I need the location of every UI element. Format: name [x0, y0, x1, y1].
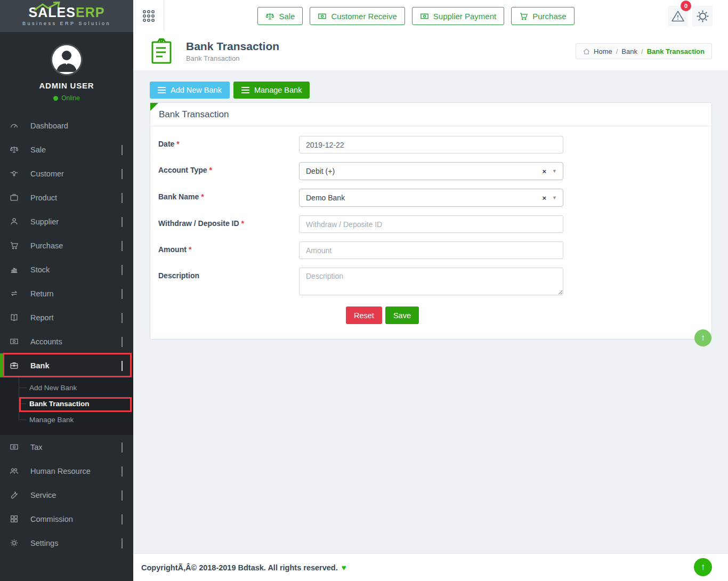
sidebar-item-label: Customer: [30, 170, 64, 178]
required-mark: *: [241, 219, 244, 228]
sidebar-item-supplier[interactable]: Supplier: [0, 209, 133, 233]
arrow-up-icon: ↑: [701, 562, 706, 572]
clear-selection-icon[interactable]: ×: [542, 194, 546, 202]
logo-text-erp: ERP: [76, 5, 104, 20]
description-label: Description: [158, 268, 299, 280]
reset-button[interactable]: Reset: [346, 306, 382, 324]
sidebar-item-settings[interactable]: Settings: [0, 531, 133, 555]
clear-selection-icon[interactable]: ×: [542, 167, 546, 175]
sidebar-item-sale[interactable]: Sale: [0, 138, 133, 162]
form-row-amount: Amount*: [150, 241, 711, 259]
app-logo[interactable]: SALESERP Business ERP Solution: [0, 0, 133, 32]
add-new-bank-label: Add New Bank: [171, 86, 222, 94]
chevron-left-icon: [122, 265, 123, 275]
sidebar-item-label: Tax: [30, 443, 43, 451]
scales-icon: [10, 145, 22, 154]
amount-label: Amount*: [158, 241, 299, 254]
sidebar-item-customer[interactable]: Customer: [0, 162, 133, 185]
banknote-icon: [10, 337, 22, 346]
breadcrumb-home[interactable]: Home: [594, 47, 612, 55]
chevron-left-icon: [122, 514, 123, 524]
gear-icon: [10, 538, 22, 547]
sidebar-item-label: Product: [30, 193, 57, 202]
chevron-left-icon: [122, 289, 123, 298]
banknote-icon: [10, 442, 22, 451]
chevron-down-icon: [122, 361, 123, 370]
chevron-down-icon[interactable]: ▼: [552, 168, 557, 174]
account-type-label: Account Type*: [158, 162, 299, 174]
footer: CopyrightÃ‚Â© 2018-2019 Bdtask. All righ…: [133, 553, 728, 581]
topbar: Sale Customer Receive Supplier Payment P…: [133, 0, 728, 32]
chevron-left-icon: [122, 217, 123, 227]
scroll-to-top-button[interactable]: ↑: [694, 329, 711, 346]
breadcrumb-current: Bank Transaction: [647, 47, 705, 55]
chevron-left-icon: [122, 193, 123, 203]
sidebar-subitem-bank-transaction[interactable]: Bank Transaction: [0, 396, 133, 411]
sidebar-item-label: Bank: [30, 361, 49, 370]
amount-input[interactable]: [299, 241, 563, 259]
description-textarea[interactable]: [299, 268, 563, 295]
sidebar-item-product[interactable]: Product: [0, 185, 133, 209]
account-type-value: Debit (+): [306, 167, 542, 175]
form-actions: Reset Save: [346, 306, 711, 324]
customer-receive-quick-label: Customer Receive: [331, 12, 397, 21]
warning-triangle-icon: [671, 9, 685, 23]
date-input[interactable]: [299, 136, 563, 154]
cart-icon: [519, 12, 528, 21]
purchase-quick-button[interactable]: Purchase: [511, 7, 574, 25]
sidebar-item-service[interactable]: Service: [0, 483, 133, 507]
sidebar-item-return[interactable]: Return: [0, 281, 133, 305]
settings-button[interactable]: [692, 6, 713, 26]
manage-bank-button[interactable]: Manage Bank: [233, 82, 310, 99]
sidebar-item-report[interactable]: Report: [0, 305, 133, 329]
sidebar-item-bank[interactable]: Bank: [0, 353, 133, 377]
form-row-description: Description: [150, 268, 711, 297]
chevron-left-icon: [122, 442, 123, 452]
apps-grid-icon[interactable]: [142, 9, 156, 23]
list-icon: [158, 90, 166, 91]
bank-name-select[interactable]: Demo Bank × ▼: [299, 189, 563, 207]
breadcrumb-bank[interactable]: Bank: [621, 47, 637, 55]
banknote-icon: [420, 12, 429, 21]
user-icon: [10, 217, 22, 226]
sidebar-item-label: Accounts: [30, 337, 62, 346]
sale-quick-button[interactable]: Sale: [257, 7, 303, 25]
sidebar-menu: DashboardSaleCustomerProductSupplierPurc…: [0, 114, 133, 555]
home-icon: [583, 48, 590, 55]
panel-title: Bank Transaction: [150, 103, 711, 126]
heart-icon: ♥: [342, 563, 346, 572]
sidebar-item-purchase[interactable]: Purchase: [0, 233, 133, 257]
toolbar: Add New Bank Manage Bank: [133, 70, 728, 99]
purchase-quick-label: Purchase: [532, 12, 566, 21]
sidebar-item-accounts[interactable]: Accounts: [0, 329, 133, 353]
sidebar-item-dashboard[interactable]: Dashboard: [0, 114, 133, 138]
sidebar-item-commission[interactable]: Commission: [0, 507, 133, 531]
account-type-select[interactable]: Debit (+) × ▼: [299, 162, 563, 180]
sidebar-subitem-manage-bank[interactable]: Manage Bank: [0, 411, 133, 427]
customer-receive-quick-button[interactable]: Customer Receive: [310, 7, 405, 25]
sidebar-subitem-add-new-bank[interactable]: Add New Bank: [0, 380, 133, 396]
withdraw-deposite-id-input[interactable]: [299, 215, 563, 233]
supplier-payment-quick-button[interactable]: Supplier Payment: [412, 7, 504, 25]
cart-icon: [10, 241, 22, 250]
add-new-bank-button[interactable]: Add New Bank: [150, 82, 230, 99]
gauge-icon: [10, 121, 22, 130]
breadcrumb-separator: /: [616, 47, 618, 55]
chevron-down-icon[interactable]: ▼: [552, 195, 557, 200]
online-dot-icon: [53, 96, 58, 101]
person-silhouette-icon: [52, 45, 81, 74]
page-subtitle: Bank Transaction: [186, 54, 279, 62]
sidebar-item-label: Human Resource: [30, 467, 91, 475]
sidebar: SALESERP Business ERP Solution ADMIN USE…: [0, 0, 133, 581]
avatar[interactable]: [52, 45, 81, 74]
scroll-to-top-button[interactable]: ↑: [694, 558, 712, 576]
sidebar-item-human-resource[interactable]: Human Resource: [0, 459, 133, 483]
users-icon: [10, 466, 22, 475]
sidebar-item-tax[interactable]: Tax: [0, 435, 133, 459]
list-icon: [241, 90, 249, 91]
sidebar-item-label: Report: [30, 313, 54, 322]
sidebar-item-stock[interactable]: Stock: [0, 257, 133, 281]
save-button[interactable]: Save: [385, 306, 419, 324]
topbar-right-icons: 0: [668, 6, 713, 26]
sidebar-submenu-bank: Add New BankBank TransactionManage Bank: [0, 377, 133, 435]
